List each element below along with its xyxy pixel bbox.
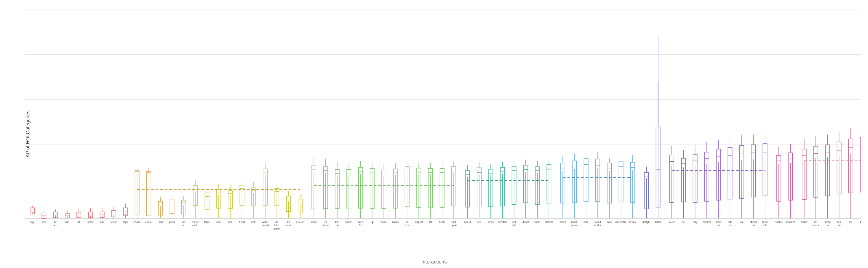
box-self: self xyxy=(42,210,46,223)
box-tie: tie make xyxy=(404,161,410,227)
svg-text:fill: fill xyxy=(429,220,432,224)
svg-text:self: self xyxy=(42,220,47,224)
box-scratch: scratch xyxy=(498,162,507,224)
svg-text:hose: hose xyxy=(381,220,387,224)
box-aze: aze xyxy=(228,185,232,224)
box-drrelease: dr/ release xyxy=(812,136,820,227)
svg-text:load: load xyxy=(158,220,163,224)
box-break: break xyxy=(629,155,636,224)
svg-text:care: care xyxy=(584,220,589,224)
box-swapwith: swap on xyxy=(824,135,831,227)
box-fill: fill xyxy=(428,163,433,224)
svg-text:tag: tag xyxy=(30,220,34,224)
box-icecream: ice cream xyxy=(322,158,329,227)
svg-text:cut: cut xyxy=(512,220,516,224)
svg-text:under: under xyxy=(594,224,601,227)
box-hair: hair xyxy=(252,182,256,224)
svg-text:on: on xyxy=(729,224,731,227)
box-la: la xyxy=(681,150,686,223)
box-up: up xyxy=(370,163,374,224)
svg-text:nobble: nobble xyxy=(775,220,783,224)
svg-text:up: up xyxy=(371,220,373,224)
svg-text:hug: hug xyxy=(693,220,697,224)
svg-text:use: use xyxy=(100,220,104,224)
box-head: head xyxy=(239,179,245,224)
box-no: no room xyxy=(285,191,291,227)
svg-text:action: action xyxy=(273,227,280,230)
box-lie-on: lie on xyxy=(181,196,186,227)
box-brush: brush xyxy=(801,139,807,224)
svg-text:watch: watch xyxy=(345,220,352,224)
svg-text:dlroot: dlroot xyxy=(522,220,529,224)
box-drlight: dr/light xyxy=(642,167,650,223)
box-tapon: tap on xyxy=(837,132,841,227)
box-crouch: crouch xyxy=(296,194,304,224)
svg-text:control: control xyxy=(703,220,711,224)
box-operate: block operate xyxy=(570,154,579,227)
svg-text:flush: flush xyxy=(439,220,445,224)
box-watch: watch xyxy=(345,164,352,224)
svg-text:with: with xyxy=(511,224,516,227)
box-smile: smile xyxy=(88,208,94,224)
box-use: use xyxy=(100,208,104,224)
svg-text:swap: swap xyxy=(824,220,831,224)
svg-text:squeeze: squeeze xyxy=(785,220,795,224)
main-chart: 100 80 60 40 20 0 t xyxy=(25,7,861,233)
box-hug: hug xyxy=(693,145,697,224)
svg-text:set: set xyxy=(54,220,58,224)
box-squeeze: squeeze xyxy=(785,144,795,224)
box-eat: eat xyxy=(739,135,744,224)
svg-text:inter: inter xyxy=(274,224,280,227)
svg-text:train: train xyxy=(607,220,612,224)
box-room: room xyxy=(534,161,540,224)
svg-text:hair: hair xyxy=(252,220,256,224)
box-block: block xyxy=(560,156,566,224)
svg-text:room: room xyxy=(285,224,291,227)
svg-text:use: use xyxy=(216,220,221,224)
x-axis-label: Interactions xyxy=(421,259,447,265)
box-flush: flush xyxy=(439,163,445,224)
box-teach: teach xyxy=(111,207,117,224)
box-assemble: assemble xyxy=(615,155,627,224)
svg-text:cream: cream xyxy=(322,224,329,227)
box-distinct: distinct xyxy=(545,159,553,223)
svg-text:push: push xyxy=(169,220,175,224)
svg-text:head: head xyxy=(239,220,245,224)
box-force: force xyxy=(204,188,210,224)
svg-text:smile: smile xyxy=(88,220,94,224)
box-check: check xyxy=(145,168,152,224)
box-rideon: ride on xyxy=(728,137,732,227)
box-run: run xyxy=(65,210,69,223)
svg-text:check: check xyxy=(145,220,152,224)
box-sit: sit xyxy=(77,209,81,224)
svg-text:sell: sell xyxy=(477,220,481,224)
svg-text:no: no xyxy=(275,220,278,224)
box-texton: text on xyxy=(335,162,340,227)
svg-text:install: install xyxy=(655,220,662,224)
box-inspect: inspect xyxy=(415,163,423,224)
box-pullup: pull up at xyxy=(451,162,457,227)
svg-text:drink: drink xyxy=(762,220,768,224)
svg-text:check: check xyxy=(750,220,757,224)
box-lie: lie xyxy=(849,128,853,224)
box-sell: sell xyxy=(477,162,481,224)
box-stand-under: stand under xyxy=(594,152,601,227)
svg-text:on: on xyxy=(752,224,755,227)
svg-text:dr/: dr/ xyxy=(814,220,818,224)
svg-text:no: no xyxy=(287,220,290,224)
svg-text:on: on xyxy=(336,224,339,227)
box-small: small xyxy=(488,164,494,224)
svg-text:scratch: scratch xyxy=(498,220,507,224)
svg-text:distinct: distinct xyxy=(545,220,553,224)
box-train: train xyxy=(607,158,612,223)
box-push: push xyxy=(169,195,175,224)
svg-text:force: force xyxy=(204,220,210,224)
svg-text:la: la xyxy=(682,220,685,224)
chart-container: AP of HOI Categories 100 80 60 40 20 0 xyxy=(0,0,868,268)
box-dlroot: dlroot xyxy=(522,160,529,224)
svg-text:kiss: kiss xyxy=(860,220,861,224)
svg-text:small: small xyxy=(488,220,494,224)
box-staleon: stale on xyxy=(716,140,721,227)
svg-text:block: block xyxy=(560,220,566,224)
box-waterboard: water board xyxy=(262,163,269,227)
